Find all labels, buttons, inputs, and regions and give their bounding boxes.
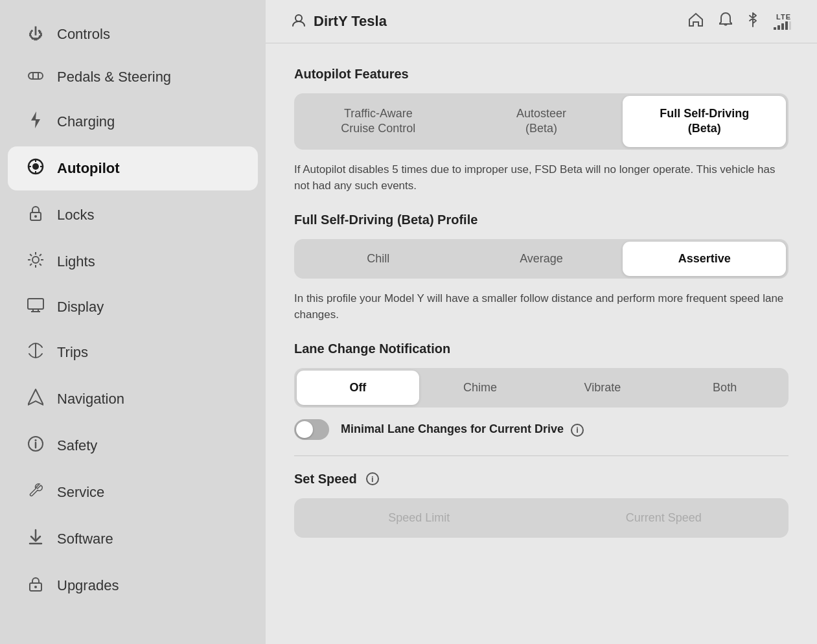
sidebar-item-label: Pedals & Steering — [57, 69, 171, 86]
minimal-lane-changes-label: Minimal Lane Changes for Current Drive i — [341, 422, 584, 437]
minimal-lane-changes-info[interactable]: i — [571, 424, 584, 437]
svg-rect-0 — [29, 73, 43, 79]
sidebar-item-label: Display — [57, 299, 104, 316]
navigation-icon — [26, 389, 45, 409]
svg-rect-36 — [774, 27, 776, 30]
seg-autosteer[interactable]: Autosteer (Beta) — [460, 96, 623, 147]
lights-icon — [26, 251, 45, 272]
header-icons: LTE — [687, 12, 791, 31]
svg-rect-21 — [28, 299, 43, 309]
sidebar-item-safety[interactable]: Safety — [8, 424, 258, 468]
fsd-profile-description: In this profile your Model Y will have a… — [294, 290, 788, 323]
home-icon[interactable] — [687, 12, 704, 31]
sidebar-item-label: Navigation — [57, 391, 124, 408]
charging-icon — [26, 111, 45, 132]
seg-traffic-aware[interactable]: Traffic-Aware Cruise Control — [297, 96, 460, 147]
sidebar-item-lights[interactable]: Lights — [8, 240, 258, 284]
svg-point-11 — [34, 215, 37, 218]
sidebar-item-label: Charging — [57, 113, 115, 130]
seg-current-speed[interactable]: Current Speed — [542, 501, 787, 535]
svg-rect-40 — [789, 21, 791, 30]
svg-line-18 — [40, 264, 41, 266]
sidebar-item-autopilot[interactable]: Autopilot — [8, 146, 258, 190]
sidebar: ⏻ Controls Pedals & Steering Charging — [0, 0, 266, 644]
sidebar-item-locks[interactable]: Locks — [8, 193, 258, 237]
controls-icon: ⏻ — [26, 26, 45, 43]
sidebar-item-label: Service — [57, 484, 104, 501]
sidebar-item-label: Lights — [57, 253, 95, 270]
upgrades-icon — [26, 575, 45, 596]
sidebar-item-software[interactable]: Software — [8, 517, 258, 561]
set-speed-info[interactable]: i — [366, 472, 379, 485]
sidebar-item-charging[interactable]: Charging — [8, 100, 258, 144]
sidebar-item-upgrades[interactable]: Upgrades — [8, 564, 258, 608]
set-speed-title: Set Speed i — [294, 472, 788, 487]
svg-rect-39 — [785, 21, 788, 30]
sidebar-item-service[interactable]: Service — [8, 470, 258, 514]
autopilot-features-title: Autopilot Features — [294, 67, 788, 82]
bluetooth-icon[interactable] — [747, 12, 759, 31]
seg-vibrate[interactable]: Vibrate — [542, 371, 664, 405]
sidebar-item-navigation[interactable]: Navigation — [8, 377, 258, 421]
sidebar-item-controls[interactable]: ⏻ Controls — [8, 14, 258, 54]
pedals-icon — [26, 69, 45, 86]
software-icon — [26, 529, 45, 549]
autopilot-icon — [26, 158, 45, 179]
svg-point-33 — [34, 586, 37, 588]
bell-icon[interactable] — [719, 12, 733, 31]
fsd-profile-title: Full Self-Driving (Beta) Profile — [294, 213, 788, 227]
svg-marker-3 — [31, 111, 40, 128]
seg-average[interactable]: Average — [460, 242, 623, 276]
svg-line-20 — [30, 264, 32, 266]
main-panel: DirtY Tesla LTE — [266, 0, 817, 644]
autopilot-features-control: Traffic-Aware Cruise Control Autosteer (… — [294, 93, 788, 150]
svg-marker-26 — [28, 389, 43, 405]
lane-change-notification-title: Lane Change Notification — [294, 341, 788, 356]
minimal-lane-changes-row: Minimal Lane Changes for Current Drive i — [294, 419, 788, 440]
set-speed-control: Speed Limit Current Speed — [294, 498, 788, 538]
sidebar-item-label: Software — [57, 531, 113, 547]
trips-icon — [26, 342, 45, 363]
toggle-knob — [296, 421, 313, 438]
user-icon — [292, 13, 306, 30]
seg-speed-limit[interactable]: Speed Limit — [297, 501, 542, 535]
svg-line-19 — [40, 254, 41, 256]
sidebar-item-label: Safety — [57, 437, 97, 454]
svg-line-17 — [30, 254, 32, 256]
sidebar-item-pedals-steering[interactable]: Pedals & Steering — [8, 57, 258, 97]
sidebar-item-label: Trips — [57, 344, 88, 361]
sidebar-item-label: Controls — [57, 26, 110, 43]
autopilot-features-description: If Autopilot disables 5 times due to imp… — [294, 161, 788, 194]
header-title: DirtY Tesla — [314, 13, 680, 30]
locks-icon — [26, 205, 45, 225]
header: DirtY Tesla LTE — [266, 0, 817, 43]
sidebar-item-label: Locks — [57, 207, 94, 224]
service-icon — [26, 482, 45, 503]
seg-chill[interactable]: Chill — [297, 242, 460, 276]
lte-signal-indicator: LTE — [773, 13, 791, 30]
sidebar-item-display[interactable]: Display — [8, 286, 258, 328]
sidebar-item-label: Autopilot — [57, 160, 120, 177]
lane-change-notification-control: Off Chime Vibrate Both — [294, 368, 788, 408]
seg-fsd[interactable]: Full Self-Driving (Beta) — [623, 96, 786, 147]
svg-point-29 — [35, 439, 37, 441]
svg-point-34 — [295, 15, 302, 21]
seg-assertive[interactable]: Assertive — [623, 242, 786, 276]
display-icon — [26, 298, 45, 316]
divider — [294, 455, 788, 456]
svg-point-5 — [32, 163, 39, 170]
seg-off[interactable]: Off — [297, 371, 419, 405]
safety-icon — [26, 435, 45, 456]
content-area: Autopilot Features Traffic-Aware Cruise … — [266, 43, 817, 644]
svg-rect-37 — [777, 25, 780, 30]
svg-rect-38 — [781, 23, 784, 30]
svg-point-12 — [32, 257, 39, 263]
seg-chime[interactable]: Chime — [419, 371, 542, 405]
fsd-profile-control: Chill Average Assertive — [294, 239, 788, 279]
seg-both[interactable]: Both — [663, 371, 786, 405]
minimal-lane-changes-toggle[interactable] — [294, 419, 329, 440]
sidebar-item-label: Upgrades — [57, 577, 119, 594]
sidebar-item-trips[interactable]: Trips — [8, 330, 258, 374]
